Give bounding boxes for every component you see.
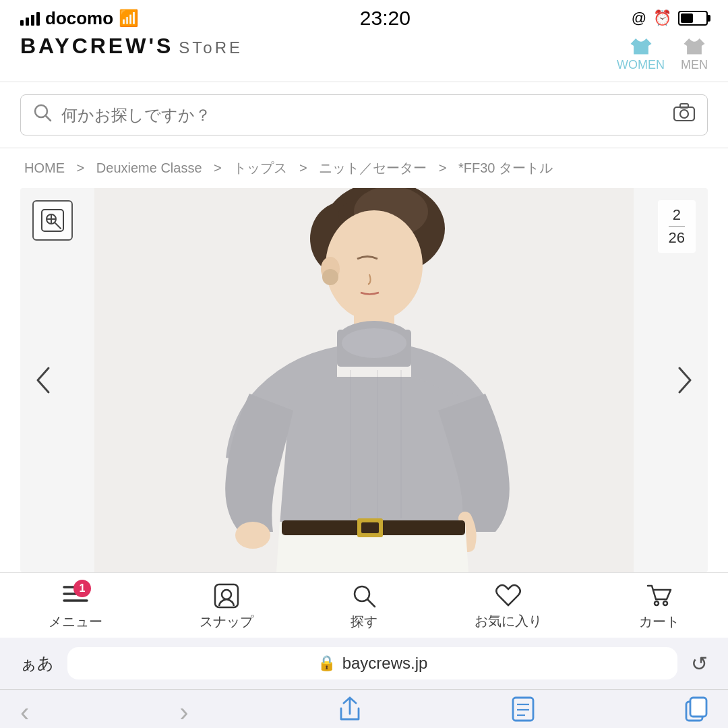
nav-men-label: MEN (681, 58, 708, 72)
browser-address-bar: ぁあ 🔒 baycrews.jp ↺ (0, 638, 728, 689)
svg-point-34 (663, 601, 667, 605)
svg-point-9 (326, 210, 423, 321)
tab-cart-label: カート (639, 613, 679, 631)
svg-point-12 (322, 269, 338, 285)
cart-icon (646, 583, 672, 609)
header-nav: WOMEN MEN (617, 34, 708, 72)
bookmarks-button[interactable] (512, 696, 535, 727)
browser-url-text: baycrews.jp (342, 654, 428, 673)
tab-cart[interactable]: カート (639, 583, 679, 631)
heart-icon (495, 584, 521, 608)
nav-women[interactable]: WOMEN (617, 36, 665, 72)
breadcrumb-knit[interactable]: ニット／セーター (319, 160, 427, 175)
battery-icon (678, 11, 708, 26)
breadcrumb: HOME > Deuxieme Classe > トップス > ニット／セーター… (0, 148, 728, 188)
menu-badge: 1 (73, 580, 91, 597)
status-right: @ ⏰ (632, 9, 708, 27)
breadcrumb-sep-4: > (439, 160, 450, 175)
tab-search-label: 探す (351, 613, 377, 631)
share-button[interactable] (338, 696, 361, 727)
svg-point-3 (680, 110, 688, 118)
breadcrumb-product[interactable]: *FF30 タートル (458, 160, 553, 175)
breadcrumb-sep-1: > (77, 160, 88, 175)
svg-rect-29 (215, 584, 238, 607)
brand-logo: BAYCREW'S SToRE (20, 34, 243, 59)
search-icon (33, 103, 52, 127)
at-icon: @ (632, 9, 646, 27)
tabs-button[interactable] (685, 696, 708, 727)
nav-men[interactable]: MEN (681, 36, 708, 72)
prev-image-button[interactable] (27, 363, 61, 397)
breadcrumb-home[interactable]: HOME (24, 160, 65, 175)
svg-line-1 (46, 116, 51, 121)
signal-bars (20, 11, 40, 26)
svg-rect-18 (361, 522, 379, 533)
svg-rect-40 (690, 698, 706, 717)
browser-url-box[interactable]: 🔒 baycrews.jp (67, 647, 677, 679)
tab-menu[interactable]: 1 メニュー (49, 582, 102, 631)
tab-favorites[interactable]: お気に入り (475, 584, 542, 630)
search-area (0, 82, 728, 148)
snap-icon (214, 583, 239, 609)
forward-button[interactable]: › (179, 697, 188, 727)
safari-bottom-bar: ‹ › (0, 689, 728, 728)
search-bar[interactable] (20, 94, 708, 135)
svg-line-32 (368, 600, 375, 607)
bottom-tab-bar: 1 メニュー スナップ 探す お気に入り カート (0, 572, 728, 638)
zoom-button[interactable] (32, 200, 73, 241)
browser-aa-button[interactable]: ぁあ (20, 653, 54, 674)
tab-menu-label: メニュー (49, 613, 102, 631)
svg-point-30 (222, 590, 231, 599)
lock-icon: 🔒 (317, 655, 336, 672)
breadcrumb-tops[interactable]: トップス (233, 160, 287, 175)
image-current: 2 (669, 206, 685, 225)
status-left: docomo 📶 (20, 8, 139, 29)
svg-point-33 (655, 601, 659, 605)
nav-women-label: WOMEN (617, 58, 665, 72)
svg-point-15 (235, 522, 270, 549)
breadcrumb-deuxieme[interactable]: Deuxieme Classe (96, 160, 202, 175)
brand-name: BAYCREW'S (20, 34, 173, 59)
breadcrumb-sep-2: > (214, 160, 225, 175)
svg-rect-19 (383, 523, 423, 533)
search-input[interactable] (61, 106, 673, 125)
svg-line-23 (55, 223, 61, 229)
status-bar: docomo 📶 23:20 @ ⏰ (0, 0, 728, 34)
search-tab-icon (351, 583, 377, 609)
tab-snap[interactable]: スナップ (200, 583, 253, 631)
breadcrumb-sep-3: > (299, 160, 311, 175)
header-brand: BAYCREW'S SToRE WOMEN MEN (0, 34, 728, 82)
next-image-button[interactable] (667, 363, 701, 397)
wifi-icon: 📶 (119, 9, 139, 28)
menu-icon-wrap: 1 (63, 582, 88, 609)
carrier-label: docomo (45, 8, 113, 29)
tab-snap-label: スナップ (200, 613, 253, 631)
svg-rect-4 (680, 104, 688, 108)
brand-store: SToRE (179, 38, 243, 57)
svg-point-20 (342, 328, 406, 358)
image-counter: 2 26 (658, 200, 696, 253)
alarm-icon: ⏰ (653, 9, 671, 27)
camera-icon[interactable] (673, 103, 695, 127)
image-total: 26 (669, 229, 685, 248)
tab-favorites-label: お気に入り (475, 612, 542, 630)
tab-search[interactable]: 探す (351, 583, 377, 631)
product-image-area: 2 26 (20, 188, 708, 572)
time-label: 23:20 (360, 7, 411, 30)
browser-reload-button[interactable]: ↺ (691, 652, 708, 675)
svg-point-31 (355, 586, 369, 601)
back-button[interactable]: ‹ (20, 697, 29, 727)
